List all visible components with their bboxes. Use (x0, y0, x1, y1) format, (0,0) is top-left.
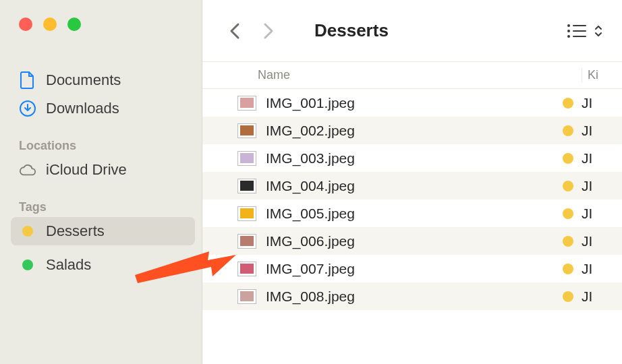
chevron-up-down-icon (594, 24, 603, 38)
sidebar-tag-desserts[interactable]: Desserts (11, 217, 195, 245)
tag-dot-icon (563, 98, 573, 109)
file-name: IMG_007.jpeg (266, 261, 355, 277)
svg-rect-6 (573, 36, 586, 37)
file-thumbnail-icon (237, 96, 256, 111)
file-kind: JI (582, 150, 602, 166)
sidebar: Documents Downloads Locations iCloud Dri… (0, 0, 202, 364)
file-name: IMG_002.jpeg (266, 123, 355, 139)
svg-point-3 (567, 30, 570, 32)
file-thumbnail-icon (237, 151, 256, 166)
file-kind: JI (582, 261, 602, 277)
file-list: IMG_001.jpegJIIMG_002.jpegJIIMG_003.jpeg… (202, 89, 622, 310)
file-thumbnail-icon (237, 123, 256, 138)
file-name: IMG_001.jpeg (266, 95, 355, 111)
sidebar-item-documents[interactable]: Documents (11, 66, 195, 94)
document-icon (19, 71, 36, 89)
chevron-right-icon (262, 22, 275, 40)
sidebar-tag-salads[interactable]: Salads (11, 251, 195, 279)
column-header-row: Name Ki (202, 62, 622, 89)
tag-dot-icon (19, 256, 36, 274)
file-thumbnail-icon (237, 206, 256, 221)
download-icon (19, 100, 36, 117)
titlebar (0, 0, 202, 49)
svg-point-5 (567, 35, 570, 38)
file-row[interactable]: IMG_001.jpegJI (202, 89, 622, 117)
svg-point-1 (567, 24, 570, 27)
file-name: IMG_006.jpeg (266, 233, 355, 249)
cloud-icon (19, 161, 36, 179)
tag-dot-icon (563, 208, 573, 219)
zoom-button[interactable] (67, 18, 81, 31)
tag-dot-icon (563, 125, 573, 136)
file-name: IMG_005.jpeg (266, 206, 355, 222)
sidebar-list: Documents Downloads Locations iCloud Dri… (0, 49, 202, 279)
tag-dot-icon (563, 264, 573, 274)
sidebar-item-label: Documents (46, 71, 121, 89)
file-row[interactable]: IMG_008.jpegJI (202, 282, 622, 310)
sidebar-item-downloads[interactable]: Downloads (11, 94, 195, 123)
sidebar-item-label: iCloud Drive (46, 161, 127, 179)
sidebar-item-label: Salads (46, 256, 91, 274)
file-thumbnail-icon (237, 179, 256, 193)
close-button[interactable] (19, 18, 32, 31)
file-thumbnail-icon (237, 289, 256, 304)
column-header-kind[interactable]: Ki (582, 68, 602, 82)
file-kind: JI (582, 123, 602, 139)
view-mode-button[interactable] (567, 24, 603, 38)
main-pane: Desserts Name Ki IMG_001.jpegJIIMG_002.j… (202, 0, 622, 364)
sidebar-section-tags: Tags (11, 184, 195, 217)
svg-rect-2 (573, 25, 586, 26)
file-kind: JI (582, 206, 602, 222)
file-name: IMG_004.jpeg (266, 178, 355, 194)
file-name: IMG_003.jpeg (266, 150, 355, 166)
toolbar: Desserts (202, 0, 622, 62)
file-row[interactable]: IMG_006.jpegJI (202, 227, 622, 255)
file-row[interactable]: IMG_003.jpegJI (202, 144, 622, 172)
file-row[interactable]: IMG_007.jpegJI (202, 255, 622, 282)
tag-dot-icon (563, 236, 573, 247)
file-thumbnail-icon (237, 234, 256, 249)
file-row[interactable]: IMG_002.jpegJI (202, 117, 622, 144)
traffic-lights (19, 18, 81, 31)
forward-button[interactable] (255, 18, 282, 44)
file-kind: JI (582, 95, 602, 111)
sidebar-item-label: Downloads (46, 100, 119, 117)
tag-dot-icon (563, 291, 573, 302)
back-button[interactable] (221, 18, 248, 44)
file-kind: JI (582, 289, 602, 305)
sidebar-item-label: Desserts (46, 222, 105, 240)
chevron-left-icon (229, 22, 241, 40)
file-row[interactable]: IMG_004.jpegJI (202, 172, 622, 200)
file-thumbnail-icon (237, 262, 256, 276)
sidebar-section-locations: Locations (11, 123, 195, 156)
list-view-icon (567, 24, 587, 38)
tag-dot-icon (563, 181, 573, 191)
file-kind: JI (582, 233, 602, 249)
window-title: Desserts (314, 20, 389, 41)
svg-rect-4 (573, 30, 586, 32)
sidebar-item-icloud[interactable]: iCloud Drive (11, 156, 195, 184)
column-header-name[interactable]: Name (258, 68, 290, 82)
file-kind: JI (582, 178, 602, 194)
file-row[interactable]: IMG_005.jpegJI (202, 200, 622, 227)
minimize-button[interactable] (43, 18, 57, 31)
file-name: IMG_008.jpeg (266, 289, 355, 305)
finder-window: Documents Downloads Locations iCloud Dri… (0, 0, 622, 364)
tag-dot-icon (563, 153, 573, 164)
tag-dot-icon (19, 222, 36, 240)
